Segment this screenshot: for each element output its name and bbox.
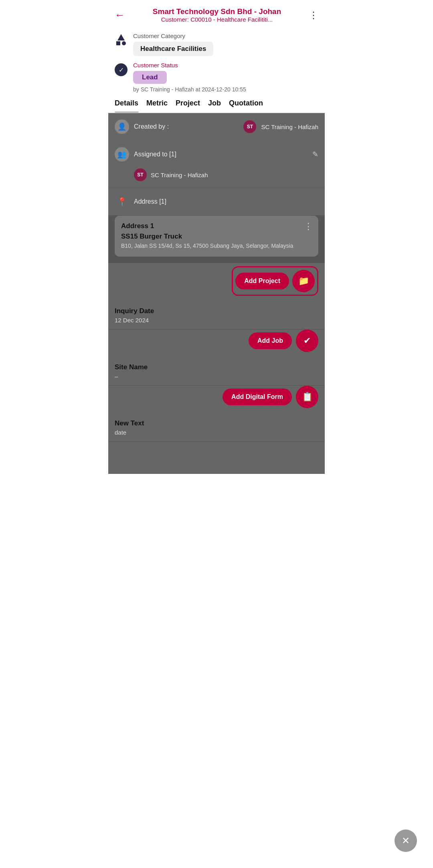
- status-meta: by SC Training - Hafizah at 2024-12-20 1…: [133, 86, 318, 93]
- person-icon: 👤: [115, 119, 129, 134]
- assigned-user-section: ST SC Training - Hafizah: [108, 168, 325, 188]
- site-name-label: Site Name: [115, 363, 318, 371]
- inquiry-date-label: Inquiry Date: [115, 307, 318, 315]
- people-icon: 👥: [115, 147, 129, 162]
- site-name-block: Site Name –: [108, 358, 325, 386]
- inquiry-date-value: 12 Dec 2024: [115, 317, 318, 324]
- assigned-to-row: 👥 Assigned to [1] ✎: [108, 141, 325, 168]
- new-text-value: date: [115, 429, 318, 436]
- back-button[interactable]: ←: [115, 9, 125, 21]
- check-icon: ✓: [115, 63, 127, 76]
- status-label: Customer Status: [133, 62, 318, 69]
- address-card-name: SS15 Burger Truck: [121, 233, 312, 241]
- folder-icon: 📁: [298, 276, 309, 286]
- lead-badge: Lead: [133, 71, 167, 84]
- customer-status-section: ✓ Customer Status Lead by SC Training - …: [108, 56, 325, 93]
- assigned-name: SC Training - Hafizah: [151, 172, 208, 178]
- header-menu-button[interactable]: ⋮: [309, 10, 318, 21]
- header-title-block: Smart Technology Sdn Bhd - Johan Custome…: [125, 7, 309, 23]
- add-project-highlight: Add Project 📁: [232, 266, 318, 296]
- category-content: Customer Category Healthcare Facilities: [133, 32, 318, 56]
- created-by-avatar: ST: [243, 120, 256, 133]
- assigned-avatar: ST: [134, 168, 147, 181]
- created-by-label: Created by :: [134, 123, 239, 130]
- status-content: Customer Status Lead by SC Training - Ha…: [133, 62, 318, 93]
- file-check-icon: ✔: [304, 336, 311, 346]
- address-card: Address 1 SS15 Burger Truck B10, Jalan S…: [115, 216, 318, 257]
- address-card-detail: B10, Jalan SS 15/4d, Ss 15, 47500 Subang…: [121, 242, 312, 250]
- add-job-fab-area: Add Job ✔: [108, 330, 325, 358]
- category-label: Customer Category: [133, 32, 318, 39]
- new-text-block: New Text date: [108, 414, 325, 442]
- add-digital-form-fab-area: Add Digital Form 📋: [108, 386, 325, 414]
- tab-quotation[interactable]: Quotation: [229, 99, 271, 112]
- square-shape: [116, 41, 120, 45]
- triangle-shape: [117, 34, 125, 40]
- header: ← Smart Technology Sdn Bhd - Johan Custo…: [108, 0, 325, 27]
- add-digital-form-icon-button[interactable]: 📋: [296, 386, 318, 408]
- site-name-value: –: [115, 373, 318, 380]
- add-project-icon-button[interactable]: 📁: [292, 270, 315, 292]
- inquiry-date-block: Inquiry Date 12 Dec 2024: [108, 301, 325, 330]
- new-text-label: New Text: [115, 419, 318, 427]
- add-job-icon-button[interactable]: ✔: [296, 330, 318, 352]
- created-by-row: 👤 Created by : ST SC Training - Hafizah: [108, 113, 325, 141]
- tab-metric[interactable]: Metric: [146, 99, 176, 112]
- category-icon: [115, 34, 127, 45]
- header-title: Smart Technology Sdn Bhd - Johan: [125, 7, 309, 16]
- created-by-name: SC Training - Hafizah: [261, 123, 318, 130]
- circle-shape: [122, 41, 126, 45]
- tab-project[interactable]: Project: [176, 99, 208, 112]
- header-subtitle: Customer: C00010 - Healthcare Facilititi…: [125, 16, 309, 23]
- copy-icon: 📋: [302, 392, 313, 402]
- address-label: Address [1]: [134, 198, 318, 205]
- pin-icon: 📍: [115, 194, 129, 209]
- add-project-fab-area: Add Project 📁: [108, 263, 325, 301]
- add-project-button[interactable]: Add Project: [235, 273, 289, 289]
- tab-job[interactable]: Job: [208, 99, 229, 112]
- add-job-button[interactable]: Add Job: [249, 332, 292, 349]
- category-badge: Healthcare Facilities: [133, 42, 213, 56]
- address-row: 📍 Address [1]: [108, 188, 325, 216]
- tab-details[interactable]: Details: [115, 99, 146, 112]
- assigned-to-label: Assigned to [1]: [134, 151, 308, 158]
- details-section: 👤 Created by : ST SC Training - Hafizah …: [108, 113, 325, 474]
- edit-assigned-button[interactable]: ✎: [312, 150, 318, 159]
- add-digital-form-button[interactable]: Add Digital Form: [223, 388, 292, 405]
- customer-category-section: Customer Category Healthcare Facilities: [108, 27, 325, 56]
- tabs-row: Details Metric Project Job Quotation: [108, 93, 325, 113]
- address-card-title: Address 1: [121, 222, 312, 230]
- address-more-button[interactable]: ⋮: [304, 221, 313, 232]
